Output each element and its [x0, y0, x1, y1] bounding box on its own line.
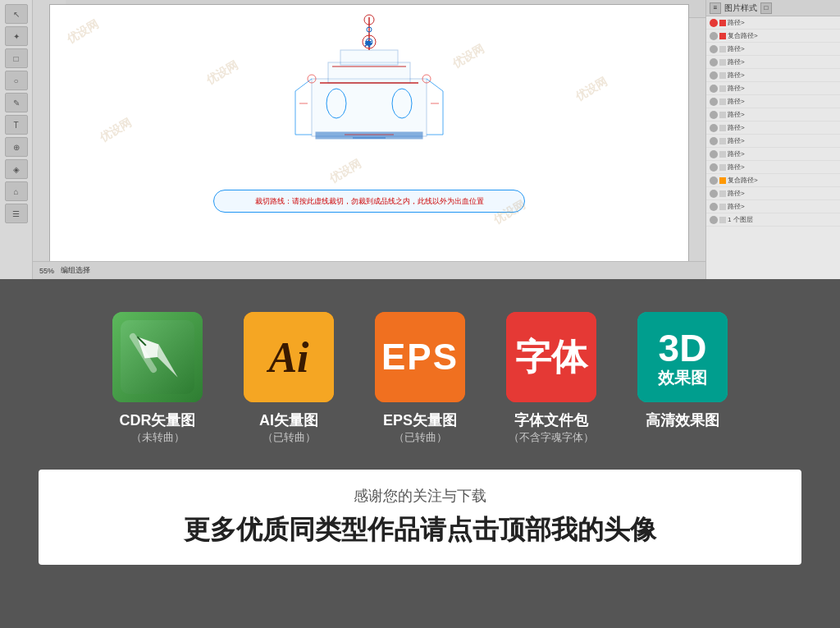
cdr-svg: [121, 320, 194, 394]
font-sub-name: （不含字魂字体）: [509, 430, 594, 445]
layer-visibility: [710, 32, 718, 40]
layer-name: 路径>: [728, 110, 745, 119]
left-toolbar: ↖ ✦ □ ○ ✎ T ⊕ ◈ ⌂ ☰: [0, 0, 33, 279]
layer-visibility: [710, 137, 718, 145]
eps-main-name: EPS矢量图: [383, 410, 457, 430]
layer-name: 复合路径>: [728, 176, 758, 185]
zoom-level: 55%: [39, 267, 54, 275]
layer-item: 路径>: [706, 148, 840, 161]
layers-panel: ≡ 图片样式 □ 路径> 复合路径> 路径>: [705, 0, 840, 279]
eps-label: EPS矢量图 （已转曲）: [383, 410, 457, 445]
layer-color: [719, 112, 726, 118]
design-canvas: 文件 编辑 对象 文字 选择 效果 视图 窗口: [33, 0, 705, 279]
blueprint-content: 寿: [246, 13, 492, 144]
layer-visibility: [710, 71, 718, 80]
status-info: 编组选择: [61, 265, 90, 276]
layer-visibility: [710, 85, 718, 93]
panel-btn-1: ≡: [710, 2, 721, 14]
eps-icon: EPS: [375, 312, 465, 402]
toolbar-icon-7: ⊕: [5, 137, 28, 157]
layer-item: 复合路径>: [706, 174, 840, 187]
layer-item: 1 个图层: [706, 213, 840, 227]
layer-color: [719, 99, 726, 105]
layer-name: 路径>: [728, 57, 745, 66]
ai-icon-inner: Ai: [244, 312, 334, 402]
layer-item: 路径>: [706, 108, 840, 121]
font-icon: 字体: [506, 312, 596, 402]
layer-name: 路径>: [728, 149, 745, 158]
ai-icon: Ai: [244, 312, 334, 402]
format-item-3d: 3D 效果图 高清效果图: [633, 312, 732, 430]
layer-color: [719, 177, 726, 184]
layer-color: [719, 190, 726, 197]
svg-line-7: [427, 79, 443, 91]
annotation-bar: 裁切路线：请按此虚线裁切，勿裁到成品线之内，此线以外为出血位置: [213, 190, 525, 213]
annotation-text: 裁切路线：请按此虚线裁切，勿裁到成品线之内，此线以外为出血位置: [247, 196, 492, 207]
layer-name: 路径>: [728, 71, 745, 80]
layer-visibility: [710, 45, 718, 53]
svg-rect-1: [328, 62, 410, 83]
layer-name: 路径>: [728, 202, 745, 211]
bottom-card: 感谢您的关注与下载 更多优质同类型作品请点击顶部我的头像: [39, 470, 801, 565]
blueprint-svg: 寿: [246, 13, 492, 144]
panel-btn-2: □: [760, 2, 772, 14]
layer-color: [719, 217, 726, 223]
layer-visibility: [710, 150, 718, 158]
layer-item: 路径>: [706, 121, 840, 135]
layer-item: 路径>: [706, 161, 840, 174]
layer-color: [719, 204, 726, 210]
toolbar-icon-4: ○: [5, 71, 28, 90]
font-icon-text: 字体: [515, 333, 587, 382]
ai-main-name: AI矢量图: [259, 410, 318, 430]
format-item-ai: Ai AI矢量图 （已转曲）: [240, 312, 338, 445]
cdr-sub-name: （未转曲）: [120, 430, 196, 445]
3d-icon: 3D 效果图: [637, 312, 728, 402]
layer-visibility: [710, 98, 718, 106]
layer-visibility: [710, 58, 718, 66]
layer-visibility: [710, 190, 718, 198]
layer-name: 路径>: [728, 163, 745, 172]
bottom-section: CDR矢量图 （未转曲） Ai AI矢量图 （已转曲） EPS: [0, 279, 840, 628]
3d-icon-text-top: 3D: [659, 328, 707, 369]
cdr-main-name: CDR矢量图: [120, 410, 196, 430]
svg-rect-2: [340, 50, 398, 65]
card-subtitle: 感谢您的关注与下载: [354, 486, 486, 506]
layer-item: 路径>: [706, 82, 840, 95]
layer-item: 路径>: [706, 95, 840, 108]
eps-icon-text: EPS: [381, 337, 459, 378]
layer-color: [719, 46, 726, 53]
toolbar-icon-2: ✦: [5, 26, 28, 46]
cdr-icon: [112, 312, 203, 402]
layer-color: [719, 85, 726, 92]
layer-color: [719, 125, 726, 131]
toolbar-icon-5: ✎: [5, 93, 28, 112]
layer-name: 路径>: [728, 136, 745, 145]
layer-item: 路径>: [706, 135, 840, 148]
font-label: 字体文件包 （不含字魂字体）: [509, 410, 594, 445]
ai-label: AI矢量图 （已转曲）: [259, 410, 318, 445]
3d-main-name: 高清效果图: [646, 410, 719, 430]
layer-visibility: [710, 124, 718, 132]
layer-name: 路径>: [728, 44, 745, 53]
design-software-screenshot: ↖ ✦ □ ○ ✎ T ⊕ ◈ ⌂ ☰ 文件 编辑 对象 文字 选择 效果 视图…: [0, 0, 840, 279]
eps-sub-name: （已转曲）: [383, 430, 457, 445]
svg-line-6: [295, 79, 312, 91]
layer-color: [719, 20, 726, 26]
3d-icon-inner: 3D 效果图: [637, 312, 728, 402]
layer-color: [719, 164, 726, 171]
layer-visibility: [710, 163, 718, 172]
canvas-inner: 寿: [49, 4, 689, 263]
ai-sub-name: （已转曲）: [259, 430, 318, 445]
layers-list: 路径> 复合路径> 路径> 路径> 路径>: [706, 16, 840, 271]
cdr-label: CDR矢量图 （未转曲）: [120, 410, 196, 445]
layer-name: 1 个图层: [728, 215, 753, 224]
layer-color: [719, 138, 726, 144]
layer-name: 路径>: [728, 18, 745, 27]
layer-visibility: [710, 176, 718, 185]
layer-visibility: [710, 19, 718, 27]
canvas-statusbar: 55% 编组选择: [33, 261, 705, 279]
layer-color: [719, 33, 726, 39]
layer-name: 路径>: [728, 97, 745, 106]
font-main-name: 字体文件包: [509, 410, 594, 430]
layer-color: [719, 151, 726, 158]
